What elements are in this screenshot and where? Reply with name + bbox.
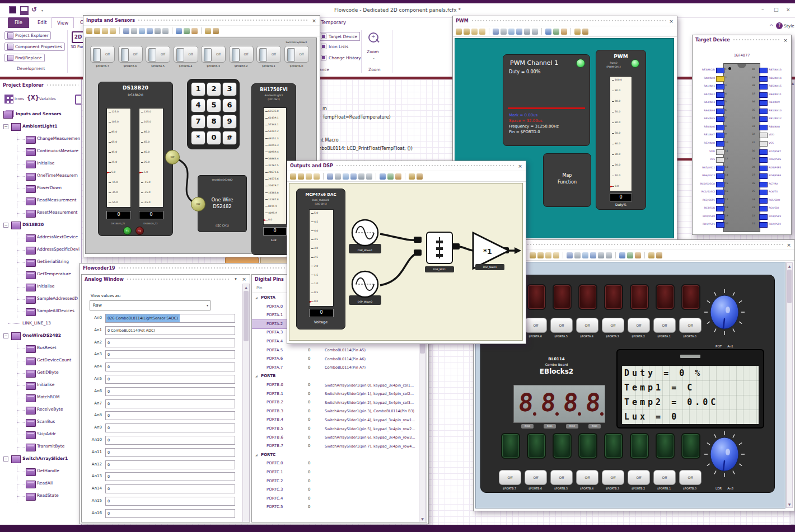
digital-pin-row-portc.5[interactable]: PORTC.50 [252, 503, 411, 511]
chip-pin-38[interactable] [759, 84, 768, 90]
toolbar-icon[interactable] [537, 252, 544, 258]
keypad-key-6[interactable]: 6 [222, 98, 237, 112]
change-history-checkbox[interactable] [321, 55, 326, 60]
board-switch-$portb.1[interactable]: Off [653, 470, 676, 485]
variables-label[interactable]: Variables [39, 97, 56, 101]
target-chip[interactable] [723, 63, 760, 232]
change-history-checkbox-row[interactable]: Change History [321, 55, 361, 60]
tree-item-readstate[interactable]: ReadState [0, 490, 81, 502]
tree-expander-icon[interactable]: − [3, 333, 8, 338]
toolbar-icon[interactable] [648, 252, 654, 258]
toolbar-icon[interactable] [582, 29, 588, 35]
digital-pin-row-portb.3[interactable]: PORTB.30SwitchArraySlider1(pin 3), Combo… [252, 407, 411, 416]
group-expand-icon[interactable]: ◢ [255, 453, 258, 456]
tree-item-ds18b20[interactable]: −DS18B20 [0, 219, 81, 232]
toolbar-icon[interactable] [545, 252, 551, 258]
slider-marker[interactable]: ► [264, 218, 266, 222]
tree-item-receivebyte[interactable]: ReceiveByte [0, 404, 81, 416]
mcp47x6-dac-block[interactable]: MCP47x6 DAC DAC_Output1 (I2C CH1) 5.04.5… [296, 189, 345, 329]
keypad-key-3[interactable]: 3 [222, 82, 237, 96]
analog-value-input[interactable]: 0 [105, 338, 235, 347]
switch-knob[interactable] [93, 48, 101, 62]
tree-item-getidbyte[interactable]: GetIDByte [0, 367, 81, 379]
toolbar-icon[interactable] [635, 252, 641, 258]
board-switch-$portb.5[interactable]: Off [550, 470, 573, 485]
tree-item-switcharrayslider1[interactable]: −SwitchArraySlider1 [0, 453, 81, 465]
digital-pin-row-portb.0[interactable]: PORTB.00SwitchArraySlider1(pin 0), keypa… [252, 381, 411, 389]
tree-item-link-line-13[interactable]: LINK_LINE_13 [0, 318, 81, 330]
toolbar-icon[interactable] [501, 29, 507, 35]
chip-pin-27[interactable] [759, 173, 768, 179]
board-switch-$porta.1[interactable]: Off [653, 318, 676, 333]
tree-item-readmeasurement[interactable]: ReadMeasurement [0, 195, 81, 207]
chip-pin-39[interactable] [759, 76, 768, 82]
digital-pin-row-portb.6[interactable]: PORTB.60SwitchArraySlider1(pin 6), keypa… [252, 434, 411, 442]
board-switch-$portb.6[interactable]: Off [525, 470, 547, 485]
knob-pot[interactable] [700, 288, 749, 343]
keypad-key-#[interactable]: # [222, 131, 237, 145]
keypad-key-5[interactable]: 5 [207, 98, 221, 112]
digital-pin-row-porta.7[interactable]: PORTA.70ComboBL0114(Pin A7) [252, 364, 411, 372]
digital-pin-row-portb.7[interactable]: PORTB.70SwitchArraySlider1(pin 7), keypa… [252, 442, 411, 450]
icon-lists-checkbox[interactable] [321, 44, 326, 49]
analog-value-input[interactable]: 0 [105, 497, 235, 506]
analog-close-icon[interactable]: × [241, 276, 247, 282]
toolbar-icon[interactable] [524, 29, 530, 35]
restore-button[interactable]: □ [774, 7, 779, 12]
style-menu[interactable]: Style [784, 23, 794, 29]
slider-marker[interactable]: ► [139, 171, 142, 174]
tree-item-matchrom[interactable]: MatchROM [0, 392, 81, 404]
group-expand-icon[interactable]: ◢ [255, 296, 258, 299]
toolbar-icon[interactable] [656, 252, 662, 258]
chip-pin-32[interactable] [759, 133, 768, 138]
toolbar-icon[interactable] [553, 252, 559, 258]
tree-item-continuousmeasure[interactable]: ContinuousMeasure [0, 145, 81, 158]
board-switch-$porta.5[interactable]: Off [550, 318, 573, 333]
port-switch-$porta.5[interactable]: Off [146, 46, 170, 63]
icon-lists-checkbox-row[interactable]: Icon Lists [321, 44, 348, 49]
chip-pin-28[interactable] [759, 166, 768, 171]
find-replace-button[interactable]: Find/Replace [4, 54, 45, 62]
board-switch-$porta.2[interactable]: Off [628, 318, 650, 333]
dsp-mix-block[interactable] [426, 232, 453, 264]
pwm-channel1-block[interactable]: PWM Channel 1 Duty = 0.00% Mark = 0.00us… [503, 54, 590, 146]
project-explorer-panel-header[interactable]: Project Explorer [0, 81, 81, 90]
switch-knob[interactable] [148, 48, 156, 62]
slider-marker[interactable]: ► [310, 300, 312, 303]
analog-value-input[interactable]: 0 [105, 362, 235, 371]
switch-knob[interactable] [204, 48, 212, 62]
tree-item-transmitbyte[interactable]: TransmitByte [0, 441, 81, 453]
ds18b20-slider-1[interactable]: 125.0105.085.065.045.025.05.0►-15.0-35.0… [106, 108, 131, 208]
board-switch-$portb.3[interactable]: Off [602, 470, 624, 485]
keypad-key-7[interactable]: 7 [191, 115, 205, 129]
tree-item-resetmeasurement[interactable]: ResetMeasurement [0, 207, 81, 219]
chip-pin-24[interactable] [759, 198, 768, 204]
ribbon-collapse-icon[interactable]: ^ [769, 23, 774, 29]
analog-value-input[interactable]: 0 [105, 375, 235, 384]
toolbar-icon[interactable] [606, 252, 612, 258]
analog-value-input[interactable]: 0 [105, 509, 235, 518]
tab-view[interactable]: View [52, 17, 74, 29]
board-switch-$portb.4[interactable]: Off [576, 470, 598, 485]
tree-item-gethandle[interactable]: GetHandle [0, 465, 81, 478]
tree-item-busreset[interactable]: BusReset [0, 342, 81, 355]
keypad-key-*[interactable]: * [191, 131, 205, 145]
toolbar-icon[interactable] [553, 29, 559, 35]
icons-view-icon[interactable] [4, 95, 13, 103]
chip-pin-30[interactable] [759, 149, 768, 155]
zoom-button-label[interactable]: Zoom [367, 49, 379, 54]
switch-knob[interactable] [121, 48, 129, 62]
tree-item-inputs-and-sensors[interactable]: Inputs and Sensors [0, 109, 81, 121]
toolbar-icon[interactable] [582, 252, 588, 258]
toolbar-icon[interactable] [545, 29, 551, 35]
toolbar-icon[interactable] [464, 29, 470, 35]
analog-value-input[interactable]: 0 [105, 399, 235, 408]
digital-pin-row-porta.6[interactable]: PORTA.60ComboBL0114(Pin A6) [252, 355, 411, 363]
tree-item-readall[interactable]: ReadAll [0, 478, 81, 490]
digital-pin-row-portb[interactable]: ◢PORTB [252, 372, 411, 380]
analog-scrollbar[interactable]: ▲ [242, 284, 250, 522]
keypad-key-1[interactable]: 1 [191, 82, 205, 96]
tree-item-ambientlight1[interactable]: −AmbientLight1 [0, 121, 81, 133]
tree-expander-icon[interactable]: − [3, 223, 8, 228]
analog-value-input[interactable]: 0 [105, 423, 235, 432]
